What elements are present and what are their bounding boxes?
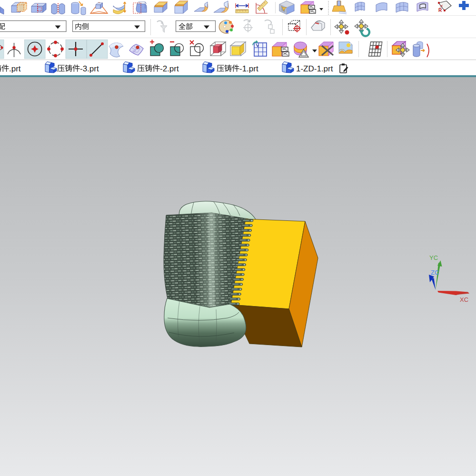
svg-text:R: R [438,8,442,13]
svg-text:-1.prt: -1.prt [239,64,258,73]
svg-text:-3.prt: -3.prt [80,64,99,73]
svg-text:.prt: .prt [9,64,21,73]
svg-text:XC: XC [460,296,468,303]
svg-text:-2.prt: -2.prt [160,64,179,73]
svg-text:ZC: ZC [431,269,439,276]
svg-text:YC: YC [429,254,438,261]
svg-text:1-ZD-1.prt: 1-ZD-1.prt [296,64,333,73]
